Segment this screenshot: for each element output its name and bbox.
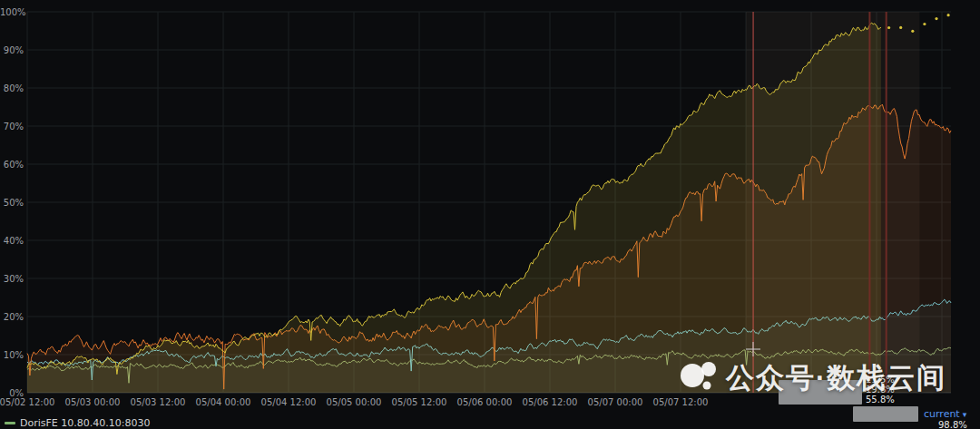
y-tick-label: 100% [0,7,24,17]
chevron-down-icon: ▾ [963,410,967,419]
x-tick-label: 05/02 12:00 [0,397,54,407]
x-tick-label: 05/03 12:00 [131,397,186,407]
watermark-text: 公众号·数栈云间 [726,359,946,397]
legend-current-value: 98.8% [938,420,967,429]
y-tick-label: 90% [0,45,24,55]
y-tick-label: 0% [0,388,24,398]
y-tick-label: 60% [0,160,24,170]
x-tick-label: 05/04 00:00 [196,397,251,407]
y-tick-label: 20% [0,312,24,322]
legend-current-label: current [924,408,960,420]
legend-series-label[interactable]: DorisFE 10.80.40.10:8030 [20,417,150,429]
x-tick-label: 05/06 00:00 [457,397,513,407]
y-tick-label: 80% [0,83,24,93]
x-tick-label: 05/05 00:00 [327,397,382,407]
y-tick-label: 50% [0,198,24,208]
y-tick-label: 30% [0,274,24,284]
watermark: 公众号·数栈云间 [677,357,946,399]
y-tick-label: 10% [0,350,24,360]
legend-current-header[interactable]: current▾ [924,408,966,420]
redacted-box [853,406,918,422]
series-swatch [5,422,15,424]
x-tick-label: 05/05 12:00 [392,397,447,407]
x-tick-label: 05/04 12:00 [261,397,317,407]
y-tick-label: 40% [0,236,24,246]
x-tick-label: 05/07 00:00 [588,397,643,407]
wechat-bubbles-icon [677,357,719,399]
x-tick-label: 05/06 12:00 [523,397,578,407]
x-tick-label: 05/03 00:00 [65,397,121,407]
grafana-graph-panel: 11.5% 19.8% 55.8% 公众号·数栈云间 DorisFE 10.80… [0,0,980,429]
y-tick-label: 70% [0,122,24,132]
legend: DorisFE 10.80.40.10:8030 [5,417,150,429]
